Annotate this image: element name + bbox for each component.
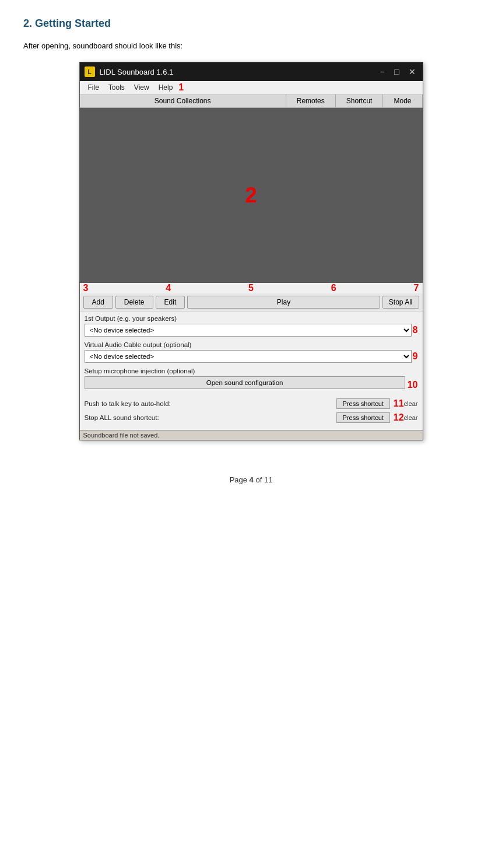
- toolbar: Sound Collections Remotes Shortcut Mode: [80, 94, 423, 108]
- annotation-4: 4: [166, 283, 171, 293]
- stop-all-button[interactable]: Stop All: [382, 296, 419, 309]
- delete-button[interactable]: Delete: [115, 296, 153, 309]
- add-button[interactable]: Add: [83, 296, 113, 309]
- close-button[interactable]: ✕: [406, 68, 418, 76]
- annotation-2: 2: [245, 183, 257, 208]
- action-buttons-row: Add Delete Edit Play Stop All: [80, 293, 423, 312]
- tab-shortcut[interactable]: Shortcut: [336, 94, 384, 107]
- button-annotations: 3 4 5 6 7: [80, 283, 423, 293]
- window-title: LIDL Sounboard 1.6.1: [100, 68, 174, 76]
- annotation-3: 3: [83, 283, 89, 293]
- annotation-5: 5: [248, 283, 254, 293]
- app-window: L LIDL Sounboard 1.6.1 − □ ✕ File Tools …: [79, 62, 423, 440]
- output2-label: Virtual Audio Cable output (optional): [85, 341, 418, 348]
- output1-select[interactable]: <No device selected>: [85, 324, 412, 337]
- open-sound-config-button[interactable]: Open sound configuration: [85, 376, 405, 389]
- output1-label: 1st Output (e.g. your speakers): [85, 315, 418, 322]
- app-icon: L: [85, 66, 95, 77]
- intro-text: After opening, soundboard should look li…: [23, 41, 479, 50]
- menu-bar: File Tools View Help 1: [80, 81, 423, 94]
- annotation-8: 8: [413, 325, 418, 335]
- output1-dropdown-row: <No device selected> 8: [85, 324, 418, 337]
- page-footer: Page 4 of 11: [23, 475, 479, 484]
- play-button[interactable]: Play: [187, 296, 380, 309]
- annotation-9: 9: [413, 351, 418, 362]
- status-bar: Soundboard file not saved.: [80, 430, 423, 440]
- maximize-button[interactable]: □: [392, 68, 401, 76]
- menu-tools[interactable]: Tools: [104, 82, 129, 93]
- main-content-area: 2: [80, 108, 423, 283]
- title-bar: L LIDL Sounboard 1.6.1 − □ ✕: [80, 62, 423, 81]
- ptt-shortcut-row: Push to talk key to auto-hold: Press sho…: [85, 398, 418, 409]
- stop-clear-link[interactable]: clear: [404, 414, 418, 421]
- ptt-label: Push to talk key to auto-hold:: [85, 400, 336, 407]
- annotation-7: 7: [414, 283, 419, 293]
- stop-label: Stop ALL sound shortcut:: [85, 414, 336, 421]
- menu-help[interactable]: Help: [154, 82, 178, 93]
- page-heading: 2. Getting Started: [23, 18, 479, 30]
- mic-label: Setup microphone injection (optional): [85, 368, 418, 374]
- title-bar-controls: − □ ✕: [378, 68, 418, 76]
- output2-dropdown-row: <No device selected> 9: [85, 350, 418, 363]
- output2-select[interactable]: <No device selected>: [85, 350, 412, 363]
- edit-button[interactable]: Edit: [156, 296, 185, 309]
- annotation-12: 12: [394, 412, 404, 423]
- annotation-10: 10: [408, 380, 418, 390]
- annotation-1: 1: [178, 82, 184, 93]
- stop-press-shortcut-button[interactable]: Press shortcut: [336, 412, 390, 423]
- ptt-press-shortcut-button[interactable]: Press shortcut: [336, 398, 390, 409]
- tab-remotes[interactable]: Remotes: [286, 94, 336, 107]
- stop-shortcut-row: Stop ALL sound shortcut: Press shortcut …: [85, 412, 418, 423]
- annotation-6: 6: [331, 283, 336, 293]
- tab-mode[interactable]: Mode: [383, 94, 422, 107]
- menu-view[interactable]: View: [129, 82, 154, 93]
- tab-sound-collections[interactable]: Sound Collections: [80, 94, 286, 107]
- minimize-button[interactable]: −: [378, 68, 387, 76]
- menu-file[interactable]: File: [83, 82, 104, 93]
- settings-area: 1st Output (e.g. your speakers) <No devi…: [80, 312, 423, 430]
- annotation-11: 11: [394, 398, 404, 409]
- ptt-clear-link[interactable]: clear: [404, 400, 418, 407]
